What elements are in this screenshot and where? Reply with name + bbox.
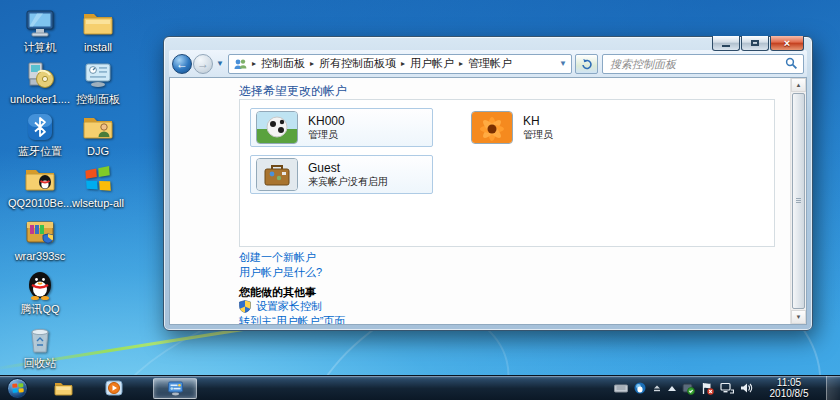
other-things-heading: 您能做的其他事	[239, 285, 316, 300]
bluetooth-icon	[23, 110, 57, 144]
page-title: 选择希望更改的帐户	[239, 83, 347, 100]
create-account-link[interactable]: 创建一个新帐户	[239, 250, 316, 265]
desktop-icon-winrar[interactable]: wrar393sc	[8, 215, 72, 262]
search-icon	[785, 57, 798, 70]
account-tile-guest[interactable]: Guest 来宾帐户没有启用	[250, 155, 433, 194]
what-is-account-link[interactable]: 用户帐户是什么?	[239, 265, 322, 280]
navigation-bar: ← → ▼ ▸ 控制面板 ▸ 所有控制面板项 ▸ 用户帐户 ▸ 管理帐户 ▼	[169, 50, 807, 77]
unlocker-icon	[23, 58, 57, 92]
clock-date: 2010/8/5	[763, 388, 815, 399]
close-button[interactable]: ×	[770, 36, 804, 51]
desktop-icon-label: QQ2010Be...	[8, 197, 72, 209]
control-panel-window-icon	[167, 381, 184, 396]
minimize-button[interactable]	[712, 36, 740, 51]
show-desktop-button[interactable]	[826, 376, 840, 400]
breadcrumb-separator: ▸	[459, 59, 463, 68]
security-status-icon[interactable]	[682, 382, 695, 395]
desktop-icon-tencent-qq[interactable]: 腾讯QQ	[8, 268, 72, 315]
control-panel-taskbar-button[interactable]	[153, 378, 197, 399]
winrar-icon	[23, 215, 57, 249]
manage-accounts-window: × ← → ▼ ▸ 控制面板 ▸ 所有控制面板项 ▸ 用户帐户 ▸ 管理帐户 ▼	[163, 36, 813, 331]
recent-pages-chevron-icon[interactable]: ▼	[216, 59, 224, 68]
address-bar[interactable]: ▸ 控制面板 ▸ 所有控制面板项 ▸ 用户帐户 ▸ 管理帐户 ▼	[228, 54, 572, 74]
close-icon: ×	[784, 38, 790, 49]
goto-main-page-link[interactable]: 转到主“用户帐户”页面	[239, 314, 345, 325]
desktop-icon-label: wrar393sc	[8, 250, 72, 262]
breadcrumb-control-panel[interactable]: 控制面板	[261, 56, 305, 71]
refresh-icon	[580, 58, 593, 70]
vertical-scrollbar[interactable]: ▲ ▼	[790, 78, 806, 324]
desktop-icon-label: 控制面板	[66, 93, 130, 105]
desktop-icon-label: 腾讯QQ	[8, 303, 72, 315]
desktop-icon-control-panel[interactable]: 控制面板	[66, 58, 130, 105]
desktop-icon-bluetooth[interactable]: 蓝牙位置	[8, 110, 72, 157]
desktop-icon-label: 回收站	[8, 357, 72, 369]
input-indicator-icon[interactable]	[614, 384, 628, 393]
desktop-icon-label: 蓝牙位置	[8, 145, 72, 157]
action-center-flag-icon[interactable]	[701, 382, 714, 395]
search-box[interactable]	[602, 54, 804, 74]
desktop-icon-unlocker[interactable]: unlocker1....	[8, 58, 72, 105]
window-content: 选择希望更改的帐户 KH000 管理员	[169, 77, 807, 325]
address-dropdown-icon[interactable]: ▼	[555, 59, 567, 68]
account-name: KH000	[308, 115, 345, 128]
media-player-icon	[105, 380, 123, 396]
account-tile-kh[interactable]: KH 管理员	[466, 108, 649, 147]
start-button[interactable]	[7, 378, 28, 399]
explorer-taskbar-button[interactable]	[54, 380, 73, 396]
parental-controls-link[interactable]: 设置家长控制	[239, 299, 322, 314]
refresh-button[interactable]	[575, 54, 598, 74]
windows-start-icon	[12, 383, 24, 393]
accounts-container: KH000 管理员 Guest 来宾帐	[239, 99, 775, 247]
clock-time: 11:05	[763, 377, 815, 388]
maximize-icon	[751, 40, 759, 46]
windows-logo-icon	[81, 162, 115, 196]
scroll-down-button[interactable]: ▼	[791, 310, 806, 324]
maximize-button[interactable]	[741, 36, 769, 51]
desktop-icon-djg-folder[interactable]: DJG	[66, 110, 130, 157]
safely-remove-icon[interactable]	[652, 383, 662, 393]
account-name: Guest	[308, 162, 388, 175]
account-avatar-suitcase	[256, 158, 298, 191]
recycle-bin-icon	[23, 322, 57, 356]
search-input[interactable]	[608, 57, 785, 71]
breadcrumb-all-items[interactable]: 所有控制面板项	[319, 56, 396, 71]
folder-icon	[81, 6, 115, 40]
media-player-taskbar-button[interactable]	[105, 380, 123, 396]
breadcrumb-separator: ▸	[310, 59, 314, 68]
user-accounts-icon	[233, 58, 247, 70]
system-tray: 11:05 2010/8/5	[614, 376, 840, 400]
desktop-icon-install-folder[interactable]: install	[66, 6, 130, 53]
desktop-icon-label: DJG	[66, 145, 130, 157]
breadcrumb-user-accounts[interactable]: 用户帐户	[410, 56, 454, 71]
computer-icon	[23, 6, 57, 40]
parental-controls-label: 设置家长控制	[256, 299, 322, 314]
desktop-icon-label: unlocker1....	[8, 93, 72, 105]
account-desc: 管理员	[308, 128, 345, 141]
forward-button[interactable]: →	[193, 54, 213, 74]
account-name: KH	[523, 115, 553, 128]
uac-shield-icon	[239, 300, 251, 313]
network-icon[interactable]	[720, 382, 734, 394]
folder-explorer-icon	[54, 380, 73, 396]
desktop-icon-recycle-bin[interactable]: 回收站	[8, 322, 72, 369]
account-tile-kh000[interactable]: KH000 管理员	[250, 108, 433, 147]
folder-user-icon	[81, 110, 115, 144]
back-button[interactable]: ←	[172, 54, 192, 74]
scroll-up-button[interactable]: ▲	[791, 78, 806, 92]
desktop-icon-wlsetup[interactable]: wlsetup-all	[66, 162, 130, 209]
desktop-icon-qq2010-folder[interactable]: QQ2010Be...	[8, 162, 72, 209]
volume-icon[interactable]	[740, 382, 753, 394]
breadcrumb-separator: ▸	[401, 59, 405, 68]
qq-tray-icon[interactable]	[634, 382, 646, 394]
show-hidden-icons-chevron[interactable]	[668, 386, 676, 391]
breadcrumb-separator: ▸	[252, 59, 256, 68]
breadcrumb-manage-accounts[interactable]: 管理帐户	[468, 56, 512, 71]
scrollbar-thumb[interactable]	[792, 93, 805, 309]
desktop-icon-computer[interactable]: 计算机	[8, 6, 72, 53]
tray-clock[interactable]: 11:05 2010/8/5	[763, 377, 815, 399]
back-arrow-icon: ←	[176, 58, 188, 70]
forward-arrow-icon: →	[197, 58, 209, 70]
minimize-icon	[722, 45, 730, 47]
window-controls: ×	[711, 36, 804, 51]
